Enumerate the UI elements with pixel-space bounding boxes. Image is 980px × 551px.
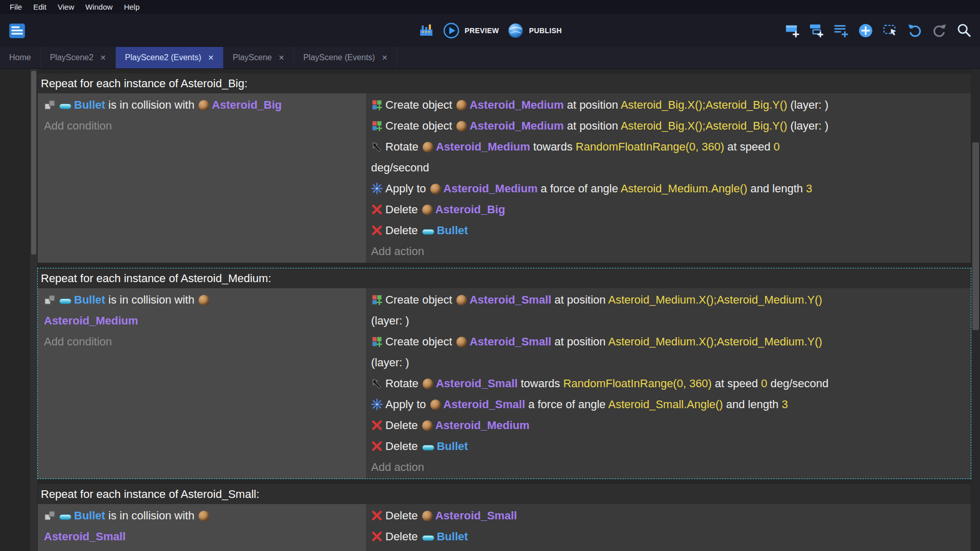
instruction-text: towards — [518, 377, 563, 390]
action-row[interactable]: Rotate Asteroid_Small towards RandomFloa… — [371, 373, 967, 394]
add-subevent-icon — [808, 22, 824, 38]
asteroid-sprite-icon — [456, 121, 467, 132]
action-row[interactable]: Create object Asteroid_Small at position… — [371, 331, 967, 373]
bullet-sprite-icon — [59, 298, 71, 304]
add-subevent-button[interactable] — [808, 22, 824, 38]
action-row[interactable]: Delete Asteroid_Small — [371, 505, 967, 526]
add-circle-button[interactable] — [857, 22, 874, 39]
tab-close-icon[interactable]: ✕ — [278, 54, 284, 62]
toolbar: PREVIEW PUBLISH — [0, 14, 980, 47]
delete-icon — [371, 224, 383, 236]
instruction-text: Delete — [385, 440, 421, 453]
add-condition-button[interactable]: Add condition — [44, 547, 362, 551]
object-name: Asteroid_Medium — [44, 314, 138, 327]
right-scrollbar[interactable] — [971, 69, 980, 551]
tab-playscene[interactable]: PlayScene✕ — [224, 47, 294, 68]
collision-icon — [44, 510, 56, 521]
instruction-text: a force of angle — [537, 182, 621, 195]
object-name: Bullet — [437, 224, 468, 237]
instruction-text: deg/second — [767, 377, 828, 390]
condition-row[interactable]: Bullet is in collision with Asteroid_Sma… — [44, 505, 362, 547]
left-scrollbar-thumb[interactable] — [31, 71, 36, 255]
event-block[interactable]: Repeat for each instance of Asteroid_Big… — [37, 73, 971, 263]
event-header[interactable]: Repeat for each instance of Asteroid_Sma… — [38, 484, 971, 504]
undo-button[interactable] — [907, 22, 923, 38]
tab-playscene-events[interactable]: PlayScene (Events)✕ — [294, 47, 397, 68]
instruction-text: Rotate — [385, 377, 422, 390]
asteroid-sprite-icon — [456, 337, 467, 347]
tab-playscene2-events[interactable]: PlayScene2 (Events)✕ — [116, 47, 224, 68]
choose-event-button[interactable] — [883, 22, 898, 38]
add-comment-icon — [833, 22, 849, 38]
left-scrollbar[interactable] — [30, 69, 37, 551]
action-row[interactable]: Delete Bullet — [371, 526, 967, 547]
asteroid-sprite-icon — [199, 511, 209, 521]
object-name: Asteroid_Medium — [470, 119, 564, 132]
asteroid-sprite-icon — [199, 295, 209, 306]
instruction-text: is in collision with — [105, 98, 198, 111]
search-button[interactable] — [956, 22, 972, 38]
instruction-text: is in collision with — [105, 293, 198, 306]
condition-row[interactable]: Bullet is in collision with Asteroid_Big — [44, 94, 362, 115]
instruction-text: Delete — [385, 530, 421, 543]
action-row[interactable]: Apply to Asteroid_Small a force of angle… — [371, 394, 967, 415]
tab-label: PlayScene (Events) — [303, 53, 375, 62]
add-action-button[interactable]: Add action — [371, 241, 967, 262]
object-name: Asteroid_Small — [444, 398, 525, 411]
object-name: Asteroid_Big — [212, 98, 282, 111]
action-row[interactable]: Apply to Asteroid_Medium a force of angl… — [371, 178, 967, 199]
condition-row[interactable]: Bullet is in collision with Asteroid_Med… — [44, 289, 362, 331]
action-row[interactable]: Delete Bullet — [371, 436, 967, 457]
instruction-text: (layer: ) — [787, 119, 828, 132]
action-row[interactable]: Delete Bullet — [371, 220, 967, 241]
add-condition-button[interactable]: Add condition — [44, 115, 362, 136]
instruction-text: (layer: ) — [371, 314, 409, 327]
tab-close-icon[interactable]: ✕ — [382, 54, 388, 62]
create-icon — [371, 99, 383, 111]
app-window: FileEditViewWindowHelp — [0, 0, 980, 551]
instruction-text: Delete — [385, 509, 421, 522]
expression: 3 — [806, 182, 812, 195]
instruction-text: (layer: ) — [787, 98, 828, 111]
menu-item-view[interactable]: View — [52, 0, 80, 14]
add-event-button[interactable] — [784, 22, 800, 38]
add-action-button[interactable]: Add action — [371, 547, 967, 551]
publish-button[interactable]: PUBLISH — [507, 22, 562, 39]
tab-close-icon[interactable]: ✕ — [208, 54, 214, 62]
tab-label: PlayScene2 — [50, 53, 93, 62]
add-comment-button[interactable] — [833, 22, 849, 38]
instruction-text: Delete — [385, 203, 421, 216]
tab-close-icon[interactable]: ✕ — [100, 54, 106, 62]
action-row[interactable]: Rotate Asteroid_Medium towards RandomFlo… — [371, 136, 967, 178]
event-header[interactable]: Repeat for each instance of Asteroid_Med… — [38, 268, 971, 288]
action-row[interactable]: Create object Asteroid_Small at position… — [371, 289, 967, 331]
build-button[interactable] — [418, 22, 434, 39]
project-manager-button[interactable] — [7, 21, 27, 40]
action-row[interactable]: Create object Asteroid_Medium at positio… — [371, 94, 967, 115]
instruction-text: and length — [723, 398, 781, 411]
tab-home[interactable]: Home — [0, 47, 41, 68]
action-row[interactable]: Delete Asteroid_Medium — [371, 415, 967, 436]
asteroid-sprite-icon — [456, 295, 467, 306]
object-name: Bullet — [74, 293, 105, 306]
action-row[interactable]: Delete Asteroid_Big — [371, 199, 967, 220]
redo-button[interactable] — [932, 22, 947, 38]
instruction-text: at position — [551, 293, 608, 306]
menu-item-edit[interactable]: Edit — [28, 0, 52, 14]
event-block[interactable]: Repeat for each instance of Asteroid_Sma… — [37, 484, 971, 551]
tab-playscene2[interactable]: PlayScene2✕ — [41, 47, 116, 68]
menu-item-window[interactable]: Window — [80, 0, 118, 14]
instruction-text: Delete — [385, 224, 421, 237]
menu-item-file[interactable]: File — [4, 0, 28, 14]
menu-item-help[interactable]: Help — [118, 0, 145, 14]
action-row[interactable]: Create object Asteroid_Medium at positio… — [371, 115, 967, 136]
add-action-button[interactable]: Add action — [371, 457, 967, 478]
instruction-text: Create object — [385, 293, 455, 306]
right-scrollbar-thumb[interactable] — [972, 142, 979, 330]
instruction-text: at speed — [712, 377, 761, 390]
event-header[interactable]: Repeat for each instance of Asteroid_Big… — [38, 73, 971, 93]
event-block[interactable]: Repeat for each instance of Asteroid_Med… — [37, 268, 971, 479]
add-condition-button[interactable]: Add condition — [44, 331, 362, 352]
conditions-column: Bullet is in collision with Asteroid_Sma… — [38, 504, 366, 551]
preview-button[interactable]: PREVIEW — [443, 22, 499, 39]
